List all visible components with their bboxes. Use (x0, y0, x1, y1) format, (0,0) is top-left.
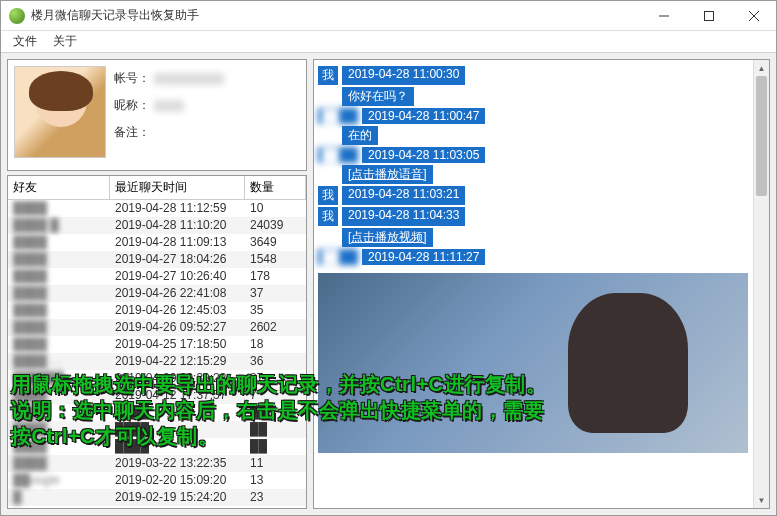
left-panel: 帐号： 昵称： 备注： 好友 最近聊天时间 数量 (7, 59, 307, 509)
maximize-button[interactable] (686, 1, 731, 31)
chat-line[interactable]: 在的 (342, 126, 765, 145)
friend-time: 2019-04-25 17:18:50 (110, 336, 245, 353)
close-button[interactable] (731, 1, 776, 31)
friend-time: 2019-04-22 12:15:29 (110, 353, 245, 370)
friend-time: 2019-04-27 18:04:26 (110, 251, 245, 268)
svg-rect-1 (704, 11, 713, 20)
friend-name: ████ (8, 336, 110, 353)
friend-count: 1548 (245, 251, 306, 268)
chat-line[interactable]: 我2019-04-28 11:03:21 (318, 186, 765, 205)
friend-row[interactable]: ██oogle2019-02-20 15:09:2013 (8, 472, 306, 489)
header-count[interactable]: 数量 (245, 176, 306, 199)
chat-line[interactable] (318, 267, 765, 453)
friend-name: ████ (8, 285, 110, 302)
content-area: 帐号： 昵称： 备注： 好友 最近聊天时间 数量 (1, 53, 776, 515)
friend-row[interactable]: ████2019-04-25 17:18:5018 (8, 336, 306, 353)
friend-row[interactable]: ████2019-04-26 09:52:272602 (8, 319, 306, 336)
friend-time: 2019-03-22 13:22:35 (110, 455, 245, 472)
chat-sender: 我 (318, 66, 338, 85)
scrollbar-thumb[interactable] (756, 76, 767, 196)
friend-row[interactable]: ████2019-03-22 13:22:3511 (8, 455, 306, 472)
chat-line[interactable]: ██2019-04-28 11:00:47 (318, 108, 765, 124)
chat-body[interactable]: 我2019-04-28 11:00:30你好在吗？██2019-04-28 11… (314, 60, 769, 461)
scrollbar-vertical[interactable]: ▲ ▼ (753, 60, 769, 508)
chat-line[interactable]: [点击播放视频] (342, 228, 765, 247)
friend-time: 2019-02-19 15:24:20 (110, 489, 245, 506)
friend-count: 37 (245, 285, 306, 302)
chat-timestamp: 2019-04-28 11:03:05 (362, 147, 485, 163)
friend-name: ████ (8, 302, 110, 319)
app-icon (9, 8, 25, 24)
friend-name: ██oogle (8, 472, 110, 489)
chat-media-link[interactable]: [点击播放视频] (342, 228, 433, 247)
friend-name: ████ (8, 421, 110, 438)
chat-timestamp: 2019-04-28 11:00:47 (362, 108, 485, 124)
friend-row[interactable]: ██████████ (8, 438, 306, 455)
friend-time: ████ (110, 404, 245, 421)
minimize-button[interactable] (641, 1, 686, 31)
friend-count: 35 (245, 302, 306, 319)
profile-fields: 帐号： 昵称： 备注： (114, 66, 224, 164)
friend-row[interactable]: ████ █2019-04-28 11:10:2024039 (8, 217, 306, 234)
friend-row[interactable]: ██████2019-04-20 09:39:2327 (8, 370, 306, 387)
friend-count: 10 (245, 200, 306, 217)
menubar: 文件 关于 (1, 31, 776, 53)
friend-name: ████ (8, 251, 110, 268)
menu-about[interactable]: 关于 (45, 31, 85, 52)
friend-count: 178 (245, 268, 306, 285)
chat-line[interactable]: 我2019-04-28 11:00:30 (318, 66, 765, 85)
scroll-up-button[interactable]: ▲ (754, 60, 769, 76)
friend-count: 13 (245, 472, 306, 489)
chat-line[interactable]: ██2019-04-28 11:03:05 (318, 147, 765, 163)
chat-line[interactable]: 我2019-04-28 11:04:33 (318, 207, 765, 226)
friend-row[interactable]: ████2019-04-28 11:09:133649 (8, 234, 306, 251)
friend-row[interactable]: ████2019-04-26 12:45:0335 (8, 302, 306, 319)
friend-row[interactable]: ████2019-04-27 10:26:40178 (8, 268, 306, 285)
friend-row[interactable]: ████2019-04-26 22:41:0837 (8, 285, 306, 302)
friend-row[interactable]: ████2019-04-28 11:12:5910 (8, 200, 306, 217)
friends-list: 好友 最近聊天时间 数量 ████2019-04-28 11:12:5910██… (7, 175, 307, 509)
chat-panel: 我2019-04-28 11:00:30你好在吗？██2019-04-28 11… (313, 59, 770, 509)
chat-media-link[interactable]: [点击播放语音] (342, 165, 433, 184)
friend-name: ████ (8, 404, 110, 421)
chat-timestamp: 2019-04-28 11:03:21 (342, 186, 465, 205)
chat-line[interactable]: 你好在吗？ (342, 87, 765, 106)
account-label: 帐号： (114, 70, 150, 87)
friends-body[interactable]: ████2019-04-28 11:12:5910████ █2019-04-2… (8, 200, 306, 508)
chat-sender: ██ (318, 249, 358, 265)
window-title: 楼月微信聊天记录导出恢复助手 (31, 7, 641, 24)
friend-row[interactable]: ██████████ (8, 421, 306, 438)
friend-time: 2019-04-12 17:37:57 (110, 387, 245, 404)
header-time[interactable]: 最近聊天时间 (110, 176, 245, 199)
menu-file[interactable]: 文件 (5, 31, 45, 52)
chat-sender: ██ (318, 147, 358, 163)
friend-row[interactable]: ████2019-04-27 18:04:261548 (8, 251, 306, 268)
friend-row[interactable]: ██████████ (8, 404, 306, 421)
friend-name: █ (8, 489, 110, 506)
chat-line[interactable]: [点击播放语音] (342, 165, 765, 184)
friend-count: ██ (245, 438, 306, 455)
profile-box: 帐号： 昵称： 备注： (7, 59, 307, 171)
chat-message: 在的 (342, 126, 378, 145)
friend-name: ████ (8, 387, 110, 404)
friend-name: ████ (8, 200, 110, 217)
friend-row[interactable]: ████ . .2019-04-22 12:15:2936 (8, 353, 306, 370)
friend-count: 2602 (245, 319, 306, 336)
friends-header[interactable]: 好友 最近聊天时间 数量 (8, 176, 306, 200)
header-name[interactable]: 好友 (8, 176, 110, 199)
friend-name: ████ (8, 438, 110, 455)
titlebar[interactable]: 楼月微信聊天记录导出恢复助手 (1, 1, 776, 31)
friend-count: 3649 (245, 234, 306, 251)
friend-time: 2019-04-28 11:09:13 (110, 234, 245, 251)
friend-count: 7 (245, 387, 306, 404)
chat-image[interactable] (318, 273, 748, 453)
friend-time: 2019-04-26 09:52:27 (110, 319, 245, 336)
friend-name: ████ (8, 319, 110, 336)
friend-time: ████ (110, 438, 245, 455)
friend-row[interactable]: ████2019-04-12 17:37:577 (8, 387, 306, 404)
chat-line[interactable]: ██2019-04-28 11:11:27 (318, 249, 765, 265)
chat-timestamp: 2019-04-28 11:00:30 (342, 66, 465, 85)
remark-label: 备注： (114, 124, 150, 141)
friend-row[interactable]: █2019-02-19 15:24:2023 (8, 489, 306, 506)
scroll-down-button[interactable]: ▼ (754, 492, 769, 508)
